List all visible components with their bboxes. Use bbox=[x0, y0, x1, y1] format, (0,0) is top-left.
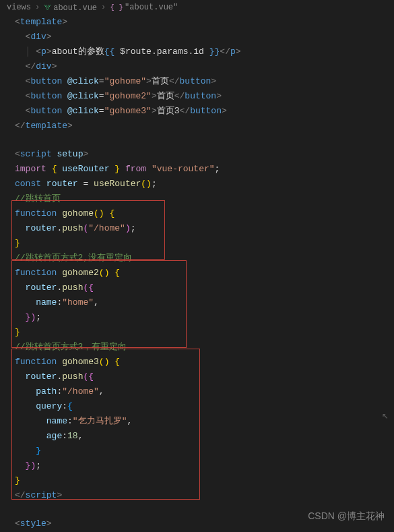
breadcrumb-part[interactable]: views bbox=[7, 3, 31, 12]
code-line[interactable]: name:"乞力马扎罗", bbox=[5, 414, 394, 429]
code-line[interactable]: query:{ bbox=[5, 399, 394, 414]
code-line[interactable]: age:18, bbox=[5, 429, 394, 444]
code-line[interactable]: }); bbox=[5, 459, 394, 473]
watermark: CSDN @博主花神 bbox=[308, 510, 385, 523]
code-line[interactable]: //跳转首页方式2,没有重定向 bbox=[5, 251, 394, 266]
code-line[interactable]: function gohome2() { bbox=[5, 266, 394, 280]
code-line[interactable]: <div> bbox=[5, 30, 394, 45]
code-line[interactable]: router.push({ bbox=[5, 280, 394, 295]
code-line[interactable]: } bbox=[5, 325, 394, 340]
breadcrumb-part[interactable]: ⩔about.vue bbox=[44, 3, 97, 13]
code-line[interactable]: } bbox=[5, 473, 394, 488]
braces-icon: { } bbox=[110, 3, 123, 11]
code-editor[interactable]: <template> <div> │ <p>about的参数{{ $route.… bbox=[0, 15, 394, 531]
code-line[interactable]: </div> bbox=[5, 59, 394, 74]
breadcrumb[interactable]: views › ⩔about.vue › { }"about.vue" bbox=[0, 0, 394, 15]
cursor-icon: ↖ bbox=[382, 409, 389, 422]
code-line[interactable]: } bbox=[5, 236, 394, 251]
code-line[interactable]: </template> bbox=[5, 119, 394, 134]
code-line[interactable]: <button @click="gohome2">首页</button> bbox=[5, 89, 394, 104]
code-line[interactable]: //跳转首页方式3，有重定向 bbox=[5, 340, 394, 355]
code-line[interactable]: router.push({ bbox=[5, 370, 394, 384]
code-line[interactable]: path:"/home", bbox=[5, 384, 394, 399]
code-line[interactable]: <button @click="gohome">首页</button> bbox=[5, 74, 394, 89]
code-line[interactable]: import { useRouter } from "vue-router"; bbox=[5, 162, 394, 177]
chevron-right-icon: › bbox=[101, 3, 106, 12]
code-line[interactable]: function gohome() { bbox=[5, 206, 394, 221]
breadcrumb-part[interactable]: { }"about.vue" bbox=[110, 3, 178, 12]
code-line[interactable] bbox=[5, 134, 394, 147]
code-line[interactable]: }); bbox=[5, 310, 394, 325]
code-line[interactable]: } bbox=[5, 444, 394, 459]
chevron-right-icon: › bbox=[35, 3, 40, 12]
code-line[interactable]: function gohome3() { bbox=[5, 355, 394, 370]
code-line[interactable]: const router = useRouter(); bbox=[5, 177, 394, 191]
code-line[interactable]: │ <p>about的参数{{ $route.params.id }}</p> bbox=[5, 45, 394, 59]
code-line[interactable]: <template> bbox=[5, 15, 394, 30]
code-line[interactable]: <button @click="gohome3">首页3</button> bbox=[5, 104, 394, 119]
code-line[interactable]: router.push("/home"); bbox=[5, 221, 394, 236]
code-line[interactable]: <script setup> bbox=[5, 147, 394, 162]
code-line[interactable]: </script> bbox=[5, 488, 394, 503]
vue-icon: ⩔ bbox=[44, 3, 52, 13]
code-line[interactable]: name:"home", bbox=[5, 295, 394, 310]
code-line[interactable]: //跳转首页 bbox=[5, 191, 394, 206]
